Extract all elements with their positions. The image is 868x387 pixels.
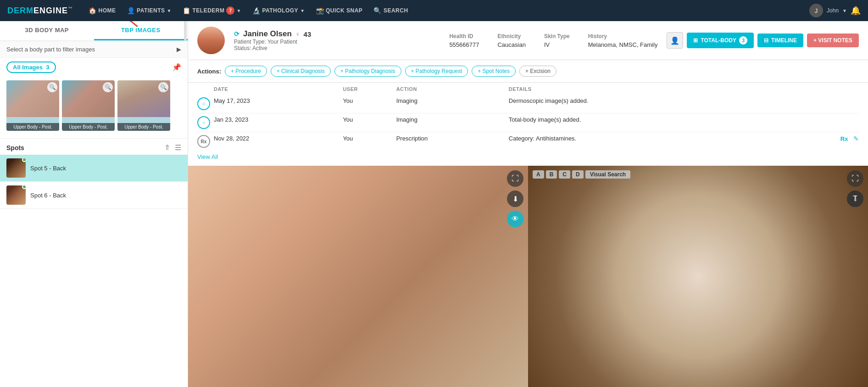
thumbnail-item[interactable]: 🔍 Upper Body - Post. xyxy=(117,80,170,131)
label-c[interactable]: C xyxy=(559,170,570,179)
telederm-icon: 📋 xyxy=(183,7,191,14)
label-b[interactable]: B xyxy=(546,170,557,179)
label-a[interactable]: A xyxy=(533,170,544,179)
all-images-button[interactable]: All Images 3 xyxy=(6,62,56,73)
nav-pathology[interactable]: 🔬 PATHOLOGY ▼ xyxy=(248,0,310,21)
pin-icon[interactable]: 📌 xyxy=(172,63,181,72)
spots-icons: ⇑ ☰ xyxy=(164,143,181,152)
excision-label: + Excision xyxy=(525,68,551,74)
skin-type-value: IV xyxy=(544,41,570,48)
rx-icon[interactable]: Rx xyxy=(840,135,848,142)
row-icon-camera-1: ○ xyxy=(197,116,210,129)
ethnicity-label: Ethnicity xyxy=(497,33,525,39)
actions-section: Actions: + Procedure + Clinical Diagnosi… xyxy=(188,60,868,83)
body-filter-bar[interactable]: Select a body part to filter images ▶ xyxy=(0,41,188,58)
nav-search[interactable]: 🔍 SEARCH xyxy=(369,0,412,21)
history-group: History Melanoma, NMSC, Family xyxy=(588,33,658,48)
user-chevron-icon: ▼ xyxy=(842,8,847,13)
patient-age: 43 xyxy=(304,30,312,38)
notification-bell-icon[interactable]: 🔔 xyxy=(851,6,861,16)
all-images-label: All Images xyxy=(13,64,43,71)
panel-labels: A B C D Visual Search xyxy=(533,170,630,179)
patient-actions: 👤 ⊞ TOTAL-BODY 3 ⊟ TIMELINE + VISIT NOTE… xyxy=(667,32,859,49)
row-action-1: Imaging xyxy=(396,113,509,132)
nav-telederm[interactable]: 📋 TELEDERM 7 ▼ xyxy=(178,0,246,21)
add-spot-icon[interactable]: ⇑ xyxy=(164,143,170,152)
spots-header: Spots ⇑ ☰ xyxy=(0,139,188,155)
camera-icon: 📸 xyxy=(316,7,324,14)
actions-row: Actions: + Procedure + Clinical Diagnosi… xyxy=(197,66,859,77)
spot-item-5[interactable]: Spot 5 - Back xyxy=(0,155,188,182)
table-row: ○ May 17, 2023 You Imaging Dermoscopic i… xyxy=(197,95,859,113)
search-icon: 🔍 xyxy=(373,7,382,14)
app-logo[interactable]: DERMENGINE™ xyxy=(7,6,73,16)
tab-3d-body-map[interactable]: 3D BODY MAP xyxy=(0,21,94,40)
excision-button[interactable]: + Excision xyxy=(519,66,556,77)
view-all-link[interactable]: View All xyxy=(197,151,218,163)
row-icon-rx-2: Rx xyxy=(197,135,210,148)
user-name[interactable]: John xyxy=(827,7,839,14)
visual-search-button[interactable]: Visual Search xyxy=(585,170,631,179)
pathology-request-button[interactable]: + Pathology Request xyxy=(405,66,468,77)
timeline-button[interactable]: ⊟ TIMELINE xyxy=(757,34,803,47)
filter-spots-icon[interactable]: ☰ xyxy=(175,143,181,152)
nav-patients[interactable]: 👤 PATIENTS ▼ xyxy=(122,0,176,21)
all-images-count: 3 xyxy=(46,64,49,71)
pathology-diagnosis-button[interactable]: + Pathology Diagnosis xyxy=(334,66,401,77)
clinical-diagnosis-button[interactable]: + Clinical Diagnosis xyxy=(271,66,331,77)
all-images-bar: All Images 3 📌 xyxy=(0,58,188,77)
magnify-icon-0[interactable]: 🔍 xyxy=(47,82,57,92)
label-d[interactable]: D xyxy=(572,170,584,179)
thumb-label-0: Upper Body - Post. xyxy=(6,123,59,131)
thumbnail-item[interactable]: 🔍 Upper Body - Post. xyxy=(6,80,59,131)
skin-type-label: Skin Type xyxy=(544,33,570,39)
ethnicity-group: Ethnicity Caucasian xyxy=(497,33,525,48)
row-user-0: You xyxy=(343,95,396,113)
spot-item-6[interactable]: Spot 6 - Back xyxy=(0,182,188,209)
spot-thumb-5 xyxy=(6,158,26,178)
visit-notes-button[interactable]: + VISIT NOTES xyxy=(807,34,859,47)
tab-tbp-images[interactable]: TBP IMAGES xyxy=(94,21,188,40)
nav-quicksnap[interactable]: 📸 QUICK SNAP xyxy=(312,0,367,21)
text-button-right[interactable]: T xyxy=(847,191,863,207)
thumb-label-2: Upper Body - Post. xyxy=(117,123,170,131)
ethnicity-value: Caucasian xyxy=(497,41,525,48)
timeline-label: TIMELINE xyxy=(771,37,797,44)
total-body-button[interactable]: ⊞ TOTAL-BODY 3 xyxy=(687,33,754,48)
magnify-icon-2[interactable]: 🔍 xyxy=(158,82,168,92)
nav-quicksnap-label: QUICK SNAP xyxy=(326,7,362,14)
spot-notes-button[interactable]: + Spot Notes xyxy=(472,66,516,77)
patient-link-icon: ⟳ xyxy=(234,30,239,38)
patients-icon: 👤 xyxy=(127,7,135,14)
row-details-0: Dermoscopic image(s) added. xyxy=(509,95,793,113)
pathology-chevron-icon: ▼ xyxy=(300,8,305,13)
eye-button-left[interactable]: 👁 xyxy=(507,211,523,227)
nav-search-label: SEARCH xyxy=(384,7,408,14)
edit-icon[interactable]: ✎ xyxy=(853,135,859,142)
user-avatar[interactable]: J xyxy=(809,4,823,17)
expand-button-right[interactable]: ⛶ xyxy=(847,170,863,187)
magnify-icon-1[interactable]: 🔍 xyxy=(103,82,113,92)
nav-telederm-label: TELEDERM xyxy=(192,7,224,14)
content-area: ⟳ Janine Olsen ♀ 43 Patient Type: Your P… xyxy=(188,21,868,387)
patient-profile-button[interactable]: 👤 xyxy=(667,32,683,49)
history-value: Melanoma, NMSC, Family xyxy=(588,41,658,48)
row-date-0: May 17, 2023 xyxy=(214,95,343,113)
row-date-2: Nov 28, 2022 xyxy=(214,132,343,151)
nav-user-area: J John ▼ 🔔 xyxy=(809,4,861,17)
patient-name-text: Janine Olsen xyxy=(243,29,292,39)
timeline-icon: ⊟ xyxy=(764,37,768,44)
spots-section: Spots ⇑ ☰ Spot 5 - Back Spot 6 - Back xyxy=(0,138,188,387)
row-action-0: Imaging xyxy=(396,95,509,113)
nav-patients-label: PATIENTS xyxy=(137,7,165,14)
thumbnail-grid: 🔍 Upper Body - Post. 🔍 Upper Body - Post… xyxy=(0,77,188,135)
thumbnail-item[interactable]: 🔍 Upper Body - Post. xyxy=(62,80,115,131)
download-button-left[interactable]: ⬇ xyxy=(507,191,523,207)
patient-info: ⟳ Janine Olsen ♀ 43 Patient Type: Your P… xyxy=(234,29,440,51)
nav-home[interactable]: 🏠 HOME xyxy=(84,0,121,21)
procedure-button[interactable]: + Procedure xyxy=(225,66,267,77)
patient-type: Patient Type: Your Patient xyxy=(234,39,440,45)
expand-button-left[interactable]: ⛶ xyxy=(507,170,523,187)
history-label: History xyxy=(588,33,658,39)
spot-name-6: Spot 6 - Back xyxy=(30,192,66,199)
